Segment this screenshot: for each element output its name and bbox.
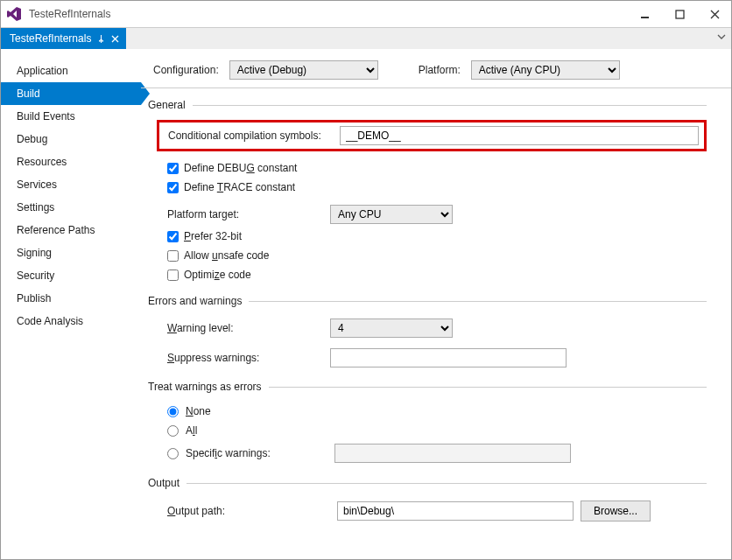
define-trace-checkbox[interactable] — [167, 182, 179, 193]
divider — [193, 105, 707, 106]
sidebar-item-publish[interactable]: Publish — [1, 287, 141, 310]
treat-specific-radio[interactable] — [167, 448, 179, 459]
conditional-symbols-highlight: Conditional compilation symbols: — [157, 120, 707, 151]
sidebar-item-services[interactable]: Services — [1, 173, 141, 196]
minimize-button[interactable] — [633, 5, 656, 23]
browse-button[interactable]: Browse... — [581, 500, 651, 522]
treat-specific-input — [334, 444, 571, 463]
sidebar-item-reference-paths[interactable]: Reference Paths — [1, 219, 141, 242]
platform-target-select[interactable]: Any CPU — [330, 205, 453, 224]
warning-level-select[interactable]: 4 — [330, 318, 453, 338]
treat-specific-label: Specific warnings: — [186, 447, 327, 459]
section-output: Output — [148, 477, 179, 489]
svg-rect-2 — [101, 39, 102, 43]
section-errors: Errors and warnings — [148, 295, 242, 307]
svg-rect-0 — [641, 17, 649, 18]
treat-all-label: All — [186, 424, 197, 437]
section-general: General — [148, 99, 186, 111]
define-debug-label: Define DEBUG constant — [184, 162, 297, 174]
tab-overflow-icon[interactable] — [717, 32, 726, 44]
define-debug-checkbox[interactable] — [167, 163, 179, 174]
platform-target-label: Platform target: — [167, 208, 330, 220]
prefer-32bit-checkbox[interactable] — [167, 231, 179, 242]
sidebar-item-build[interactable]: Build — [1, 82, 141, 105]
document-tab-strip: TesteRefInternals — [1, 27, 731, 49]
window-title: TesteRefInternals — [29, 8, 110, 20]
sidebar-item-security[interactable]: Security — [1, 264, 141, 287]
allow-unsafe-checkbox[interactable] — [167, 250, 179, 262]
sidebar-item-code-analysis[interactable]: Code Analysis — [1, 310, 141, 332]
allow-unsafe-label: Allow unsafe code — [184, 249, 269, 262]
sidebar-item-resources[interactable]: Resources — [1, 150, 141, 173]
prefer-32bit-label: Prefer 32-bit — [184, 230, 242, 242]
treat-all-radio[interactable] — [167, 425, 179, 437]
build-scroll-area[interactable]: General Conditional compilation symbols:… — [141, 88, 731, 559]
close-button[interactable] — [703, 5, 726, 23]
section-treat: Treat warnings as errors — [148, 381, 262, 393]
divider — [249, 301, 707, 302]
tab-label: TesteRefInternals — [10, 32, 91, 45]
platform-select[interactable]: Active (Any CPU) — [471, 60, 620, 80]
optimize-code-checkbox[interactable] — [167, 270, 179, 281]
title-bar: TesteRefInternals — [1, 1, 731, 27]
treat-none-radio[interactable] — [167, 406, 179, 417]
platform-label: Platform: — [419, 64, 461, 76]
suppress-warnings-label: Suppress warnings: — [167, 352, 330, 364]
build-page: Configuration: Active (Debug) Platform: … — [141, 49, 731, 559]
optimize-code-label: Optimize code — [184, 269, 251, 281]
property-pages-sidebar: Application Build Build Events Debug Res… — [1, 49, 141, 559]
sidebar-item-signing[interactable]: Signing — [1, 242, 141, 264]
close-tab-icon[interactable] — [110, 34, 119, 43]
suppress-warnings-input[interactable] — [330, 348, 567, 368]
configuration-select[interactable]: Active (Debug) — [229, 60, 378, 80]
output-path-label: Output path: — [167, 505, 330, 517]
warning-level-label: Warning level: — [167, 322, 330, 334]
maximize-button[interactable] — [668, 5, 691, 23]
divider — [187, 483, 707, 484]
define-trace-label: Define TRACE constant — [184, 181, 295, 193]
svg-rect-1 — [676, 10, 684, 18]
sidebar-item-application[interactable]: Application — [1, 60, 141, 82]
pin-icon[interactable] — [96, 34, 105, 43]
divider — [269, 387, 707, 388]
treat-none-label: None — [186, 405, 211, 417]
vs-logo-icon — [6, 6, 22, 22]
configuration-label: Configuration: — [153, 64, 219, 76]
tab-project-properties[interactable]: TesteRefInternals — [1, 28, 126, 49]
sidebar-item-build-events[interactable]: Build Events — [1, 105, 141, 128]
sidebar-item-settings[interactable]: Settings — [1, 196, 141, 219]
sidebar-item-debug[interactable]: Debug — [1, 128, 141, 150]
conditional-symbols-label: Conditional compilation symbols: — [168, 130, 340, 142]
conditional-symbols-input[interactable] — [340, 126, 699, 145]
output-path-input[interactable] — [337, 501, 574, 521]
